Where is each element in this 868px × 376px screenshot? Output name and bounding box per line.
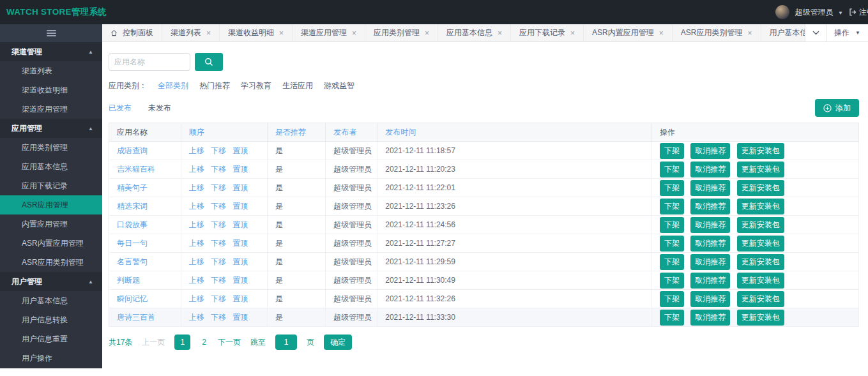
sidebar-item-asr-builtin-app-mgmt[interactable]: ASR内置应用管理 (0, 234, 102, 253)
user-menu[interactable]: 超级管理员 ▼ (795, 7, 843, 18)
move-up-link[interactable]: 上移 (189, 220, 204, 229)
sidebar-group-channel[interactable]: 渠道管理 ▲ (0, 42, 102, 61)
update-package-button[interactable]: 更新安装包 (737, 162, 784, 177)
cancel-recommend-button[interactable]: 取消推荐 (690, 162, 730, 177)
close-icon[interactable]: × (659, 29, 664, 37)
sidebar-item-user-info[interactable]: 用户基本信息 (0, 291, 102, 310)
sidebar-group-app[interactable]: 应用管理 ▲ (0, 119, 102, 138)
tab-channel-apps[interactable]: 渠道应用管理 × (293, 24, 365, 41)
app-name-link[interactable]: 精美句子 (117, 183, 148, 192)
sidebar-item-asr-app-category[interactable]: ASR应用类别管理 (0, 253, 102, 272)
cancel-recommend-button[interactable]: 取消推荐 (690, 217, 730, 233)
tab-asr-app-category[interactable]: ASR应用类别管理 × (673, 24, 761, 41)
move-up-link[interactable]: 上移 (189, 183, 204, 192)
close-icon[interactable]: × (279, 29, 284, 37)
offline-button[interactable]: 下架 (660, 199, 684, 214)
app-name-link[interactable]: 精选宋词 (117, 202, 148, 211)
pin-top-link[interactable]: 置顶 (232, 276, 248, 285)
pin-top-link[interactable]: 置顶 (232, 294, 248, 303)
offline-button[interactable]: 下架 (660, 254, 684, 270)
cancel-recommend-button[interactable]: 取消推荐 (690, 199, 730, 214)
move-up-link[interactable]: 上移 (189, 276, 204, 285)
tab-app-info[interactable]: 应用基本信息 × (438, 24, 511, 41)
category-life[interactable]: 生活应用 (282, 80, 313, 91)
offline-button[interactable]: 下架 (660, 143, 684, 159)
sidebar-item-app-downloads[interactable]: 应用下载记录 (0, 176, 102, 195)
move-up-link[interactable]: 上移 (189, 165, 204, 174)
tab-channel-revenue[interactable]: 渠道收益明细 × (220, 24, 293, 41)
app-name-link[interactable]: 口袋故事 (117, 220, 148, 229)
col-publish-time[interactable]: 发布时间 (377, 123, 652, 142)
sidebar-item-asr-app-mgmt[interactable]: ASR应用管理 (0, 195, 102, 214)
page-2-button[interactable]: 2 (200, 338, 208, 347)
sidebar-item-channel-apps[interactable]: 渠道应用管理 (0, 100, 102, 119)
cancel-recommend-button[interactable]: 取消推荐 (690, 180, 730, 196)
update-package-button[interactable]: 更新安装包 (737, 143, 784, 159)
offline-button[interactable]: 下架 (660, 273, 684, 289)
close-icon[interactable]: × (570, 29, 575, 37)
update-package-button[interactable]: 更新安装包 (737, 254, 784, 270)
offline-button[interactable]: 下架 (660, 236, 684, 252)
tab-channel-list[interactable]: 渠道列表 × (162, 24, 220, 41)
pin-top-link[interactable]: 置顶 (232, 146, 248, 155)
sidebar-item-user-transfer[interactable]: 用户信息转换 (0, 310, 102, 329)
logout-button[interactable]: 注销 (849, 7, 868, 18)
move-down-link[interactable]: 下移 (211, 294, 226, 303)
move-down-link[interactable]: 下移 (211, 276, 226, 285)
move-up-link[interactable]: 上移 (189, 313, 204, 322)
tab-published[interactable]: 已发布 (109, 103, 132, 114)
move-down-link[interactable]: 下移 (211, 257, 226, 266)
move-up-link[interactable]: 上移 (189, 239, 204, 248)
next-page-button[interactable]: 下一页 (218, 337, 241, 348)
move-down-link[interactable]: 下移 (211, 313, 226, 322)
cancel-recommend-button[interactable]: 取消推荐 (690, 143, 730, 159)
pin-top-link[interactable]: 置顶 (232, 165, 248, 174)
sidebar-item-user-reset[interactable]: 用户信息重置 (0, 329, 102, 349)
cancel-recommend-button[interactable]: 取消推荐 (690, 273, 730, 289)
tab-app-downloads[interactable]: 应用下载记录 × (511, 24, 584, 41)
sidebar-group-user[interactable]: 用户管理 ▲ (0, 272, 102, 291)
col-publisher[interactable]: 发布者 (326, 123, 377, 142)
tab-unpublished[interactable]: 未发布 (148, 103, 171, 114)
tab-app-category[interactable]: 应用类别管理 × (365, 24, 438, 41)
close-icon[interactable]: × (206, 29, 211, 37)
search-input[interactable] (109, 53, 190, 71)
update-package-button[interactable]: 更新安装包 (737, 291, 784, 307)
move-down-link[interactable]: 下移 (211, 239, 226, 248)
app-name-link[interactable]: 每日一句 (117, 239, 148, 248)
tabs-overflow-button[interactable] (805, 24, 826, 41)
move-up-link[interactable]: 上移 (189, 146, 204, 155)
user-avatar[interactable] (775, 5, 789, 19)
category-all[interactable]: 全部类别 (158, 80, 188, 91)
move-down-link[interactable]: 下移 (211, 146, 226, 155)
app-name-link[interactable]: 唐诗三百首 (117, 313, 155, 322)
add-button[interactable]: 添加 (815, 99, 859, 117)
jump-page-input[interactable] (275, 335, 297, 350)
update-package-button[interactable]: 更新安装包 (737, 217, 784, 233)
close-icon[interactable]: × (352, 29, 356, 37)
app-name-link[interactable]: 名言警句 (117, 257, 148, 266)
update-package-button[interactable]: 更新安装包 (737, 236, 784, 252)
app-name-link[interactable]: 成语查询 (117, 146, 148, 155)
pin-top-link[interactable]: 置顶 (232, 202, 248, 211)
pin-top-link[interactable]: 置顶 (232, 257, 248, 266)
cancel-recommend-button[interactable]: 取消推荐 (690, 236, 730, 252)
sidebar-item-app-info[interactable]: 应用基本信息 (0, 157, 102, 176)
move-down-link[interactable]: 下移 (211, 183, 226, 192)
sidebar-item-user-actions[interactable]: 用户操作 (0, 349, 102, 368)
pin-top-link[interactable]: 置顶 (232, 183, 248, 192)
move-down-link[interactable]: 下移 (211, 220, 226, 229)
update-package-button[interactable]: 更新安装包 (737, 199, 784, 214)
offline-button[interactable]: 下架 (660, 217, 684, 233)
confirm-button[interactable]: 确定 (324, 335, 352, 350)
move-up-link[interactable]: 上移 (189, 294, 204, 303)
move-up-link[interactable]: 上移 (189, 257, 204, 266)
tab-user-info[interactable]: 用户基本信息 × (761, 24, 805, 41)
offline-button[interactable]: 下架 (660, 291, 684, 307)
sidebar-toggle-button[interactable] (0, 24, 102, 42)
tab-actions-dropdown[interactable]: 操作 ▼ (826, 24, 868, 41)
tab-dashboard[interactable]: 控制面板 (102, 24, 162, 41)
sidebar-item-app-category[interactable]: 应用类别管理 (0, 138, 102, 157)
offline-button[interactable]: 下架 (660, 162, 684, 177)
cancel-recommend-button[interactable]: 取消推荐 (690, 310, 730, 326)
